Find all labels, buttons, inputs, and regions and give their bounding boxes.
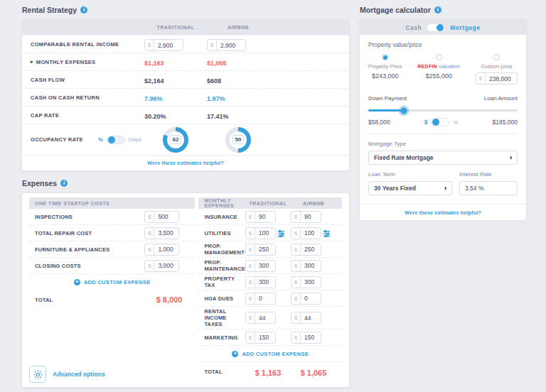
prop-maintenance-traditional-field[interactable] xyxy=(255,262,275,269)
occupancy-unit-switch[interactable] xyxy=(107,136,125,144)
repair-cost-field[interactable] xyxy=(154,229,178,236)
marketing-airbnb-input[interactable]: $ xyxy=(291,332,321,344)
rental-income-airbnb-field[interactable] xyxy=(217,42,245,49)
marketing-traditional-input[interactable]: $ xyxy=(245,332,276,344)
percent-option[interactable]: % xyxy=(98,136,103,143)
insurance-airbnb-field[interactable] xyxy=(301,213,321,220)
radio-redfin-valuation[interactable] xyxy=(436,54,442,60)
rental-income-airbnb-input[interactable]: $ xyxy=(207,39,246,51)
hoa-dues-airbnb-input[interactable]: $ xyxy=(291,293,321,305)
interest-rate-field[interactable] xyxy=(465,185,512,192)
table-row: ▸MONTHLY EXPENSES $1,163 $1,065 xyxy=(22,53,349,70)
percent-option[interactable]: % xyxy=(453,119,458,126)
prop-management-traditional-input[interactable]: $ xyxy=(245,244,276,256)
custom-price-input[interactable]: $ xyxy=(476,72,518,85)
repair-cost-input[interactable]: $ xyxy=(144,227,179,239)
hoa-dues-airbnb-field[interactable] xyxy=(301,295,321,302)
rental-income-traditional-input[interactable]: $ xyxy=(144,39,183,51)
advanced-options-button[interactable] xyxy=(29,366,46,383)
rental-taxes-airbnb-input[interactable]: $ xyxy=(291,312,321,324)
marketing-airbnb-field[interactable] xyxy=(301,334,321,341)
furniture-field[interactable] xyxy=(154,246,178,253)
info-icon[interactable]: i xyxy=(434,6,441,13)
rental-income-traditional-field[interactable] xyxy=(154,42,183,49)
occupancy-donut-airbnb: 50 xyxy=(225,127,251,153)
occupancy-airbnb-input[interactable]: 50 xyxy=(232,135,245,145)
occupancy-traditional-input[interactable]: 82 xyxy=(170,135,182,145)
closing-costs-input[interactable]: $ xyxy=(144,260,179,272)
info-icon[interactable]: i xyxy=(80,6,87,13)
hoa-dues-traditional-input[interactable]: $ xyxy=(245,293,276,305)
utilities-traditional-field[interactable] xyxy=(255,229,275,236)
dollar-prefix: $ xyxy=(291,244,301,255)
hoa-dues-traditional-field[interactable] xyxy=(255,295,275,302)
rental-taxes-airbnb-field[interactable] xyxy=(301,315,321,322)
expand-icon[interactable]: ▸ xyxy=(31,59,33,65)
tune-icon[interactable] xyxy=(277,229,285,237)
dollar-prefix: $ xyxy=(246,261,255,271)
dollar-prefix: $ xyxy=(291,312,301,323)
mortgage-option[interactable]: Mortgage xyxy=(450,24,480,31)
days-option[interactable]: Days xyxy=(129,136,141,143)
redfin-valuation-option: REDFIN valuation $255,000 xyxy=(417,54,460,85)
cash-option[interactable]: Cash xyxy=(405,24,422,31)
advanced-options-link[interactable]: Advanced options xyxy=(53,371,105,378)
feedback-row: Were these estimates helpful? xyxy=(22,155,349,170)
monthly-total-row: TOTAL $ 1,163 $ 1,065 xyxy=(198,361,342,381)
loan-term-label: Loan Term xyxy=(368,171,452,178)
payment-mode-switch[interactable] xyxy=(427,23,445,32)
rental-taxes-traditional-input[interactable]: $ xyxy=(245,312,276,324)
tune-icon[interactable] xyxy=(323,229,331,237)
table-row: FURNITURE & APPLIANCES $ xyxy=(29,241,195,258)
prop-maintenance-airbnb-field[interactable] xyxy=(301,262,321,269)
utilities-airbnb-input[interactable]: $ xyxy=(291,227,321,239)
add-custom-expense-link[interactable]: ADD CUSTOM EXPENSE xyxy=(84,279,151,285)
one-time-costs-table: ONE TIME STARTUP COSTS INSPECTIONS $ TOT… xyxy=(29,197,195,381)
prop-maintenance-traditional-input[interactable]: $ xyxy=(245,260,276,272)
feedback-link[interactable]: Were these estimates helpful? xyxy=(147,160,224,166)
interest-rate-input[interactable] xyxy=(459,181,518,195)
loan-term-select[interactable]: 30 Years Fixed ▴▾ xyxy=(368,181,452,195)
mortgage-type-select[interactable]: Fixed Rate Mortgage ▴▾ xyxy=(368,151,518,165)
property-tax-airbnb-field[interactable] xyxy=(301,278,321,285)
rental-strategy-section: Rental Strategy i TRADITIONAL AIRBNB COM… xyxy=(21,6,350,171)
loan-amount-label: Loan Amount xyxy=(484,95,518,102)
property-price-options: Property Price $243,000 REDFIN valuation… xyxy=(368,54,518,85)
cap-rate-airbnb-value: 17.41% xyxy=(207,113,229,120)
utilities-traditional-input[interactable]: $ xyxy=(245,227,276,239)
table-row: UTILITIES $ $ xyxy=(198,225,342,241)
inspections-input[interactable]: $ xyxy=(144,211,179,223)
redfin-logo: REDFIN xyxy=(417,64,437,69)
marketing-traditional-field[interactable] xyxy=(255,334,275,341)
furniture-input[interactable]: $ xyxy=(144,244,179,256)
insurance-airbnb-input[interactable]: $ xyxy=(291,211,321,223)
feedback-link[interactable]: Were these estimates helpful? xyxy=(405,209,481,216)
prop-management-traditional-field[interactable] xyxy=(255,246,275,253)
prop-maintenance-airbnb-input[interactable]: $ xyxy=(291,260,321,272)
unit-switch[interactable] xyxy=(431,118,449,126)
prop-management-airbnb-input[interactable]: $ xyxy=(291,244,321,256)
property-tax-airbnb-input[interactable]: $ xyxy=(291,276,321,288)
utilities-airbnb-field[interactable] xyxy=(301,229,321,236)
property-tax-traditional-field[interactable] xyxy=(255,278,275,285)
closing-costs-field[interactable] xyxy=(154,262,178,269)
rental-taxes-traditional-field[interactable] xyxy=(255,315,275,322)
insurance-traditional-input[interactable]: $ xyxy=(245,211,276,223)
radio-custom-price[interactable] xyxy=(493,54,500,60)
radio-property-price[interactable] xyxy=(382,54,388,60)
column-airbnb: AIRBNB xyxy=(207,25,269,30)
prop-management-airbnb-field[interactable] xyxy=(301,246,321,253)
info-icon[interactable]: i xyxy=(60,180,68,187)
monthly-expenses-table: MONTHLY EXPENSES TRADITIONAL AIRBNB INSU… xyxy=(198,197,342,381)
add-custom-expense-link[interactable]: ADD CUSTOM EXPENSE xyxy=(242,351,309,357)
property-tax-traditional-input[interactable]: $ xyxy=(245,276,276,288)
insurance-traditional-field[interactable] xyxy=(255,213,275,220)
dollar-option[interactable]: $ xyxy=(424,119,428,126)
custom-price-field[interactable] xyxy=(486,75,517,82)
slider-handle[interactable] xyxy=(401,107,407,114)
redfin-valuation-value: $255,000 xyxy=(425,72,452,80)
table-row: CASH ON CASH RETURN 7.96% 1.97% xyxy=(22,88,349,106)
inspections-field[interactable] xyxy=(154,213,178,220)
down-payment-slider[interactable] xyxy=(368,109,518,111)
plus-icon: + xyxy=(74,279,80,285)
